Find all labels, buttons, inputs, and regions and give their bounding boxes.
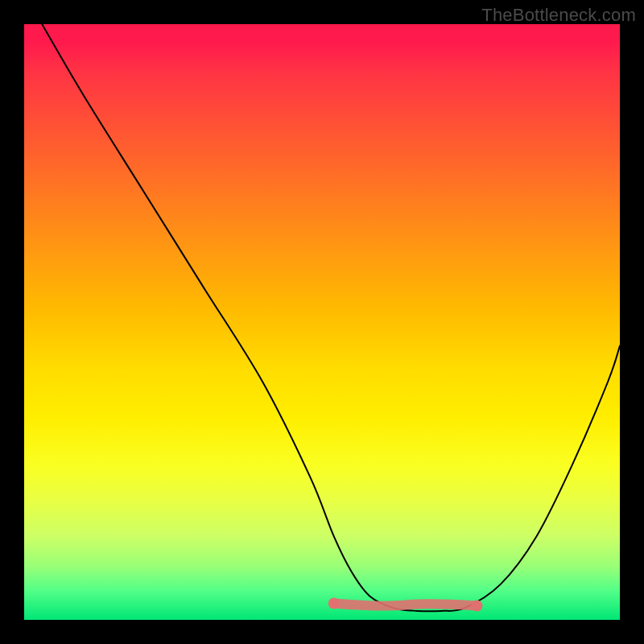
optimal-range-highlight — [334, 604, 477, 606]
bottleneck-curve-line — [42, 24, 620, 611]
optimal-range-dot-right — [471, 601, 482, 612]
bottleneck-line-chart — [24, 24, 620, 620]
watermark-text: TheBottleneck.com — [481, 5, 636, 26]
optimal-range-dot-left — [328, 598, 340, 609]
